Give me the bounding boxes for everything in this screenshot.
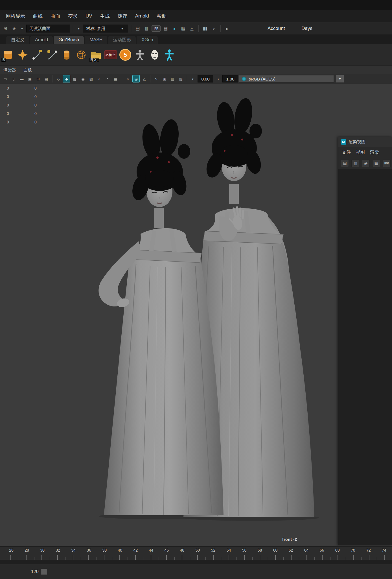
window-titlebar xyxy=(0,0,392,10)
render-view-image-area[interactable] xyxy=(338,169,392,545)
menu-arnold[interactable]: Arnold xyxy=(132,12,153,20)
viewport[interactable]: ▭ ▯ ▬ ▣ ⊞ ▤ ◇ ◆ ▩ ◉ ▨ ◐ ◓ ▦ ○ ◎ △ ↖ ▣ ▥ … xyxy=(0,74,392,546)
menu-help[interactable]: 帮助 xyxy=(153,12,170,21)
menu-generate[interactable]: 生成 xyxy=(97,12,113,21)
gate-mask-icon[interactable]: ▬ xyxy=(18,75,25,82)
render-view-titlebar[interactable]: M 渲染视图 xyxy=(338,137,392,147)
render-options-icon[interactable]: ▦ xyxy=(372,160,380,167)
exposure-field[interactable]: 0.00 xyxy=(198,75,213,82)
shelf-tab-arnold[interactable]: Arnold xyxy=(30,36,53,44)
shelf-namespace-button[interactable]: 名称空 xyxy=(103,47,118,63)
time-slider[interactable]: 26 28 30 32 34 36 38 40 42 44 46 48 50 5… xyxy=(0,546,392,560)
shelf-sparkle-button[interactable] xyxy=(15,47,30,63)
shelf-tpose-button[interactable] xyxy=(162,47,177,63)
render-view-icon[interactable]: ● xyxy=(171,25,178,32)
shelf-poly-cylinder-button[interactable] xyxy=(59,47,74,63)
menu-deform[interactable]: 变形 xyxy=(64,12,81,21)
exposure-icon[interactable]: ◐ xyxy=(189,75,197,82)
ipr-render-icon[interactable]: IPR xyxy=(383,160,391,167)
render-current-frame-icon[interactable]: ▤ xyxy=(134,25,141,32)
smooth-shade-icon[interactable]: ◆ xyxy=(63,75,70,82)
symmetry-dropdown[interactable]: 对称: 禁用 ▾ xyxy=(83,25,128,32)
shelf-item-label: 当 xyxy=(1,58,6,62)
render-view-menu-file[interactable]: 文件 xyxy=(342,149,351,155)
shelf-character-button[interactable] xyxy=(133,47,147,63)
timeline-frame-label: 54 xyxy=(224,548,233,552)
shelf-tab-motion-graphics[interactable]: 运动图形 xyxy=(108,36,136,44)
redo-render-icon[interactable]: ▤ xyxy=(341,160,349,167)
ipr-render-icon[interactable]: IPR xyxy=(152,25,161,32)
camera-attributes-icon[interactable]: ▤ xyxy=(43,75,50,82)
shelf-curve-pin-button[interactable] xyxy=(30,47,45,63)
panel-menu-panels[interactable]: 面板 xyxy=(23,68,32,73)
shadows-icon[interactable]: ▨ xyxy=(87,75,95,82)
end-frame-field[interactable]: 120 xyxy=(31,569,39,574)
render-view-window[interactable]: M 渲染视图 文件 视图 渲染 ▤ ▥ ◉ ▦ IPR xyxy=(338,137,392,545)
time-slider-labels: 26 28 30 32 34 36 38 40 42 44 46 48 50 5… xyxy=(0,548,392,552)
shelf-tab-xgen[interactable]: XGen xyxy=(137,36,158,44)
colorspace-dropdown[interactable]: sRGB (ACES) xyxy=(239,75,334,82)
menu-uv[interactable]: UV xyxy=(82,12,96,20)
wireframe-icon[interactable]: ◇ xyxy=(55,75,62,82)
safe-area-icon[interactable]: ▣ xyxy=(26,75,34,82)
step-forward-icon[interactable]: ▹ xyxy=(210,25,218,32)
colorspace-expand-button[interactable]: ▼ xyxy=(336,75,344,83)
render-region-icon[interactable]: ▥ xyxy=(143,25,150,32)
film-gate-icon[interactable]: ▭ xyxy=(2,75,9,82)
resolution-gate-icon[interactable]: ▯ xyxy=(10,75,17,82)
hypershade-icon[interactable]: ▧ xyxy=(179,25,187,32)
split-view-icon[interactable]: ▥ xyxy=(169,75,176,82)
divider xyxy=(150,75,150,82)
timeline-frame-label: 56 xyxy=(240,548,249,552)
range-handle[interactable] xyxy=(41,569,47,574)
pause-icon[interactable]: ▮▮ xyxy=(202,25,209,32)
timeline-frame-label: 52 xyxy=(209,548,218,552)
shelf-wire-sphere-button[interactable] xyxy=(74,47,89,63)
default-light-icon[interactable]: △ xyxy=(141,75,148,82)
snap-to-grid-icon[interactable]: ⊞ xyxy=(2,25,9,32)
use-all-lights-icon[interactable]: ◉ xyxy=(79,75,87,82)
select-arrow-icon[interactable]: ↖ xyxy=(153,75,160,82)
timeline-major-ticks xyxy=(10,555,385,560)
textured-icon[interactable]: ▩ xyxy=(71,75,78,82)
shelf-tab-gozbrush[interactable]: GoZBrush xyxy=(54,36,84,44)
light-editor-icon[interactable]: △ xyxy=(188,25,196,32)
anti-aliasing-icon[interactable]: ▦ xyxy=(112,75,119,82)
account-link[interactable]: Account xyxy=(268,26,285,31)
shelf-tab-mash[interactable]: MASH xyxy=(85,36,107,44)
history-chevron-icon[interactable]: ▾ xyxy=(76,25,82,32)
shelf-five-button[interactable]: 5 xyxy=(118,47,133,63)
ambient-occlusion-icon[interactable]: ◐ xyxy=(96,75,103,82)
shelf-poly-tool-button[interactable]: 当 xyxy=(1,47,15,63)
gamma-icon[interactable]: ◑ xyxy=(214,75,222,82)
motion-blur-icon[interactable]: ◓ xyxy=(104,75,111,82)
isolate-select-icon[interactable]: ○ xyxy=(124,75,132,82)
menu-curves[interactable]: 曲线 xyxy=(29,12,46,21)
snap-options-chevron-icon[interactable]: ▾ xyxy=(19,25,25,32)
play-icon[interactable]: ► xyxy=(224,25,231,32)
shelf-tab-custom[interactable]: 自定义 xyxy=(6,36,29,44)
timeline-frame-label: 46 xyxy=(162,548,171,552)
menu-cache[interactable]: 缓存 xyxy=(114,12,131,21)
render-settings-icon[interactable]: ▦ xyxy=(162,25,169,32)
days-link[interactable]: Days xyxy=(301,26,312,31)
snap-to-curve-icon[interactable]: ◈ xyxy=(10,25,18,32)
snapshot-icon[interactable]: ◉ xyxy=(362,160,370,167)
texture-view-icon[interactable]: ▧ xyxy=(177,75,185,82)
shelf-mask-button[interactable] xyxy=(147,47,162,63)
menu-mesh-display[interactable]: 网格显示 xyxy=(2,12,29,21)
active-surface-field[interactable]: 无激活曲面 xyxy=(26,25,70,32)
render-region-icon[interactable]: ▥ xyxy=(351,160,359,167)
panel-menu-renderer[interactable]: 渲染器 xyxy=(3,68,16,73)
shelf-import-button[interactable]: 导入.. xyxy=(89,47,103,63)
render-view-menu-view[interactable]: 视图 xyxy=(356,149,365,155)
viewport-canvas[interactable] xyxy=(0,84,338,546)
grid-toggle-icon[interactable]: ⊞ xyxy=(34,75,42,82)
range-slider-bar: 120 xyxy=(0,564,392,579)
shelf-curve-lock-button[interactable] xyxy=(45,47,59,63)
render-view-menu-render[interactable]: 渲染 xyxy=(370,149,379,155)
gamma-field[interactable]: 1.00 xyxy=(222,75,238,82)
xray-icon[interactable]: ◎ xyxy=(132,75,140,82)
menu-surfaces[interactable]: 曲面 xyxy=(47,12,64,21)
panel-layout-icon[interactable]: ▣ xyxy=(161,75,168,82)
